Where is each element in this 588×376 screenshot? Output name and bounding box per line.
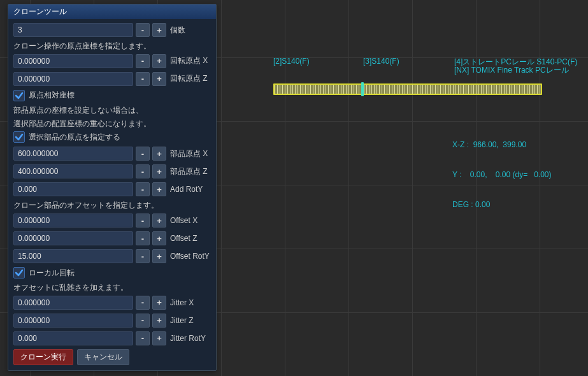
add-roty-plus[interactable]: + [152,182,166,196]
viewport-item-label-3: [3]S140(F) [363,57,399,66]
part-origin-z-label: 部品原点 Z [170,166,208,177]
offset-z-plus[interactable]: + [152,231,166,245]
part-origin-z-input[interactable]: 400.000000 [13,164,133,178]
offset-roty-plus[interactable]: + [152,249,166,263]
part-origin-desc1: 部品原点の座標を設定しない場合は、 [13,105,211,116]
count-label: 個数 [170,25,185,36]
count-minus[interactable]: - [136,23,150,37]
jitter-x-plus[interactable]: + [152,296,166,310]
part-origin-z-minus[interactable]: - [136,164,150,178]
clone-tool-panel: クローンツール 3 - + 個数 クローン操作の原点座標を指定します。 0.00… [8,4,217,371]
part-origin-x-plus[interactable]: + [152,147,166,161]
jitter-x-input[interactable]: 0.000000 [13,296,133,310]
offset-roty-label: Offset RotY [170,252,210,261]
offset-roty-input[interactable]: 15.000 [13,249,133,263]
execute-clone-button[interactable]: クローン実行 [13,349,73,365]
viewport-item-label-4b: [NX] TOMIX Fine Track PCレール [454,65,569,76]
rot-origin-x-minus[interactable]: - [136,54,150,68]
rot-origin-x-input[interactable]: 0.000000 [13,54,133,68]
rot-origin-x-label: 回転原点 X [170,55,208,66]
part-origin-checkbox[interactable] [13,131,25,143]
rail-selection-handle[interactable] [361,82,364,96]
viewport-status: X-Z : 966.00, 399.00 Y : 0.00, 0.00 (dy=… [452,120,552,220]
jitter-z-input[interactable]: 0.000000 [13,314,133,328]
rot-origin-z-input[interactable]: 0.000000 [13,72,133,86]
panel-title[interactable]: クローンツール [8,4,216,19]
jitter-roty-minus[interactable]: - [136,331,150,345]
part-origin-check-label: 選択部品の原点を指定する [29,132,120,143]
relative-origin-label: 原点相対座標 [29,90,75,101]
offset-x-input[interactable]: 0.000000 [13,213,133,228]
offset-x-minus[interactable]: - [136,213,150,228]
jitter-desc: オフセットに乱雑さを加えます。 [13,282,211,293]
jitter-z-plus[interactable]: + [152,314,166,328]
part-origin-desc2: 選択部品の配置座標の重心になります。 [13,119,211,129]
jitter-roty-input[interactable]: 0.000 [13,331,133,345]
add-roty-input[interactable]: 0.000 [13,182,133,196]
rot-origin-x-plus[interactable]: + [152,54,166,68]
count-plus[interactable]: + [152,23,166,37]
jitter-roty-label: Jitter RotY [170,334,206,343]
offset-desc: クローン部品のオフセットを指定します。 [13,200,211,211]
offset-z-minus[interactable]: - [136,231,150,245]
part-origin-x-minus[interactable]: - [136,147,150,161]
count-input[interactable]: 3 [13,23,133,37]
offset-z-label: Offset Z [170,234,197,243]
jitter-z-minus[interactable]: - [136,314,150,328]
rot-origin-z-plus[interactable]: + [152,72,166,86]
viewport-item-label-2: [2]S140(F) [273,57,310,66]
offset-x-label: Offset X [170,216,197,225]
offset-z-input[interactable]: 0.000000 [13,231,133,245]
local-rotation-label: ローカル回転 [29,268,75,278]
rot-origin-z-minus[interactable]: - [136,72,150,86]
rot-origin-z-label: 回転原点 Z [170,73,208,84]
jitter-z-label: Jitter Z [170,316,194,325]
part-origin-x-input[interactable]: 600.000000 [13,147,133,161]
cancel-button[interactable]: キャンセル [77,349,129,365]
part-origin-x-label: 部品原点 X [170,148,208,159]
local-rotation-checkbox[interactable] [13,267,25,278]
origin-desc: クローン操作の原点座標を指定します。 [13,41,211,52]
offset-roty-minus[interactable]: - [136,249,150,263]
relative-origin-checkbox[interactable] [13,90,25,101]
jitter-roty-plus[interactable]: + [152,331,166,345]
add-roty-minus[interactable]: - [136,182,150,196]
offset-x-plus[interactable]: + [152,213,166,228]
add-roty-label: Add RotY [170,185,203,194]
jitter-x-label: Jitter X [170,298,194,307]
part-origin-z-plus[interactable]: + [152,164,166,178]
jitter-x-minus[interactable]: - [136,296,150,310]
rail-object[interactable] [273,83,542,95]
